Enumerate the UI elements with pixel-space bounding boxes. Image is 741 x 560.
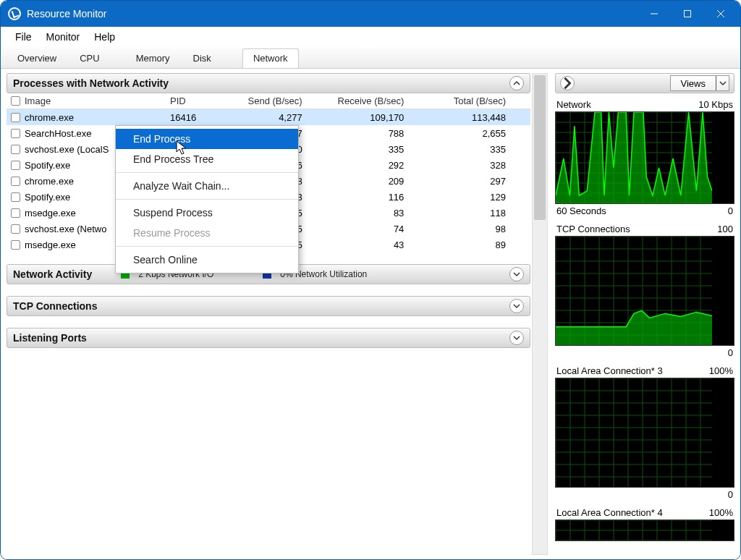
chart-block: Local Area Connection* 3100%0 [555,365,734,500]
row-checkbox[interactable] [11,113,20,122]
process-total: 98 [424,224,526,234]
process-total: 129 [424,192,526,203]
maximize-button[interactable] [671,1,704,27]
process-name: chrome.exe [25,112,74,123]
tab-overview[interactable]: Overview [7,48,67,68]
process-name: msedge.exe [25,208,76,219]
process-total: 2,655 [424,128,526,139]
row-checkbox[interactable] [11,177,20,186]
left-panel: Processes with Network Activity Image PI… [7,73,548,555]
chart-block: Local Area Connection* 4100% [555,507,734,541]
close-button[interactable] [704,1,737,27]
tabbar: Overview CPU Memory Disk Network [1,47,740,69]
tab-network[interactable]: Network [242,48,299,68]
process-send: 4,277 [221,112,323,123]
window-title: Resource Monitor [27,8,107,20]
chart-zero: 0 [728,489,733,500]
expand-icon[interactable] [509,267,524,281]
process-recv: 292 [323,160,425,171]
context-item[interactable]: End Process Tree [116,149,298,169]
chart-scale: 100 [717,224,733,234]
collapse-right-icon[interactable] [560,76,575,90]
expand-icon[interactable] [509,299,524,313]
process-recv: 43 [323,239,425,250]
process-total: 89 [424,239,526,250]
process-total: 113,448 [424,112,526,123]
context-item[interactable]: Analyze Wait Chain... [116,172,298,196]
col-image[interactable]: Image [25,96,51,106]
ports-title: Listening Ports [13,332,87,344]
collapse-icon[interactable] [509,76,524,90]
process-recv: 209 [323,176,425,187]
row-checkbox[interactable] [11,224,20,234]
process-recv: 788 [323,128,425,139]
process-name: msedge.exe [25,239,76,250]
tab-cpu[interactable]: CPU [69,48,110,68]
table-row[interactable]: chrome.exe164164,277109,170113,448 [7,109,530,125]
menubar: File Monitor Help [1,27,740,47]
process-name: SearchHost.exe [25,128,92,139]
context-item: Resume Process [116,223,298,243]
views-label: Views [671,78,716,89]
row-checkbox[interactable] [11,240,20,250]
row-checkbox[interactable] [11,145,20,154]
app-icon [8,7,21,20]
network-activity-title: Network Activity [13,268,92,280]
row-checkbox[interactable] [11,129,20,138]
tcp-connections-header[interactable]: TCP Connections [7,296,530,316]
table-header: Image PID Send (B/sec) Receive (B/sec) T… [7,93,530,109]
content-area: Processes with Network Activity Image PI… [1,69,740,559]
tcp-title: TCP Connections [13,300,97,312]
menu-file[interactable]: File [8,30,39,44]
views-dropdown[interactable]: Views [670,75,729,91]
tab-disk[interactable]: Disk [182,48,222,68]
process-total: 335 [424,144,526,155]
col-send[interactable]: Send (B/sec) [221,96,323,106]
chart-canvas [555,111,734,204]
chart-title: TCP Connections [556,224,630,234]
row-checkbox[interactable] [11,192,20,202]
minimize-button[interactable] [638,1,671,27]
chart-title: Local Area Connection* 3 [556,365,663,376]
select-all-checkbox[interactable] [11,96,20,106]
menu-help[interactable]: Help [87,30,122,44]
process-recv: 83 [323,208,425,219]
chart-title: Local Area Connection* 4 [556,507,663,518]
window-controls [638,1,737,27]
context-item[interactable]: End Process [116,129,298,149]
row-checkbox[interactable] [11,161,20,170]
process-total: 297 [424,176,526,187]
row-checkbox[interactable] [11,208,20,218]
chart-scale: 10 Kbps [698,99,733,110]
process-rows: chrome.exe164164,277109,170113,448Search… [7,109,530,253]
svg-rect-1 [685,11,691,17]
process-recv: 335 [323,144,425,155]
process-name: svchost.exe (LocalS [25,144,109,155]
chart-canvas [555,519,734,541]
chevron-down-icon [716,76,729,90]
processes-section-header[interactable]: Processes with Network Activity [7,73,530,93]
menu-monitor[interactable]: Monitor [39,30,88,44]
process-recv: 116 [323,192,425,203]
chart-canvas [555,236,734,346]
context-item[interactable]: Search Online [116,246,298,270]
process-name: svchost.exe (Netwo [25,224,106,234]
charts-container: Network10 Kbps60 Seconds0TCP Connections… [555,93,734,555]
chart-block: Network10 Kbps60 Seconds0 [555,99,734,216]
chart-scale: 100% [709,507,733,518]
left-scrollbar[interactable] [532,73,548,555]
process-total: 328 [424,160,526,171]
scrollbar-thumb[interactable] [534,75,546,220]
process-name: Spotify.exe [25,160,70,171]
context-item[interactable]: Suspend Process [116,199,298,223]
process-name: Spotify.exe [25,192,70,203]
tab-memory[interactable]: Memory [125,48,181,68]
col-pid[interactable]: PID [170,96,221,106]
chart-xlabel: 60 Seconds [556,205,606,216]
expand-icon[interactable] [509,331,524,345]
col-receive[interactable]: Receive (B/sec) [323,96,425,106]
listening-ports-header[interactable]: Listening Ports [7,328,530,348]
mouse-cursor-icon [176,140,189,159]
col-total[interactable]: Total (B/sec) [424,96,526,106]
chart-zero: 0 [728,347,733,358]
